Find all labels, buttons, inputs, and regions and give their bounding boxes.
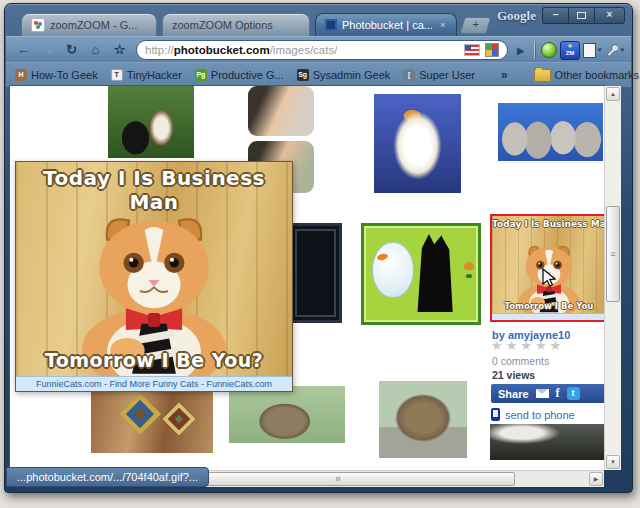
zoomzoom-favicon — [31, 18, 45, 32]
meme-bottom-caption: Tomorrow I Be You? — [16, 349, 292, 371]
scrollbar-grip: ≡ — [610, 249, 615, 259]
tab-label: zoomZOOM - G... — [50, 19, 137, 31]
bookmark-label: Productive G... — [211, 69, 284, 81]
page-content: Today I Is Business Man Tomorrow I Be Yo… — [10, 86, 604, 470]
zoomed-meme-preview[interactable]: Today I Is Business Man Tomorrow I Be Yo… — [15, 161, 293, 392]
zm-star-icon: ★ — [561, 42, 579, 49]
views-count: 21 views — [492, 369, 535, 381]
share-label: Share — [498, 388, 529, 400]
comments-count: 0 comments — [492, 355, 549, 367]
url-text[interactable]: http://photobucket.com/images/cats/ — [145, 44, 337, 56]
window-controls: – × — [542, 7, 625, 24]
thumbnail-cat-paw-pavement[interactable] — [490, 424, 604, 460]
thumbnail-tabby-cat-loaf[interactable] — [379, 381, 467, 458]
titlebar[interactable]: Google – × zoomZOOM - G... zoomZOOM Opti… — [5, 4, 632, 36]
maximize-icon — [577, 12, 586, 19]
plus-icon: + — [463, 18, 488, 31]
black-cat-silhouette — [414, 234, 458, 312]
bookmark-tinyhacker[interactable]: T TinyHacker — [111, 69, 182, 81]
selected-thumbnail-business-cat[interactable]: Today I Is Business Ma Tomorrow I Be You — [490, 214, 604, 322]
twitter-share-icon[interactable]: t — [567, 387, 580, 400]
home-button[interactable]: ⌂ — [85, 41, 106, 59]
close-button[interactable]: × — [594, 7, 625, 24]
bookmark-star-button[interactable]: ☆ — [109, 41, 130, 59]
tab-zoomzoom-google[interactable]: zoomZOOM - G... — [21, 13, 157, 36]
flag-page-action-icon[interactable] — [464, 44, 480, 56]
minimize-button[interactable]: – — [542, 7, 568, 24]
vertical-scrollbar-thumb[interactable]: ≡ — [606, 206, 620, 302]
fishbowl-graphic — [372, 242, 414, 298]
green-orb-extension-icon[interactable] — [541, 42, 557, 58]
chevron-down-icon: ▾ — [620, 46, 624, 54]
zm-badge-label: ZM — [561, 49, 579, 57]
forward-button[interactable]: → — [37, 41, 58, 59]
bookmark-howtogeek[interactable]: H How-To Geek — [15, 69, 98, 81]
tab-zoomzoom-options[interactable]: zoomZOOM Options — [162, 13, 310, 36]
send-to-phone-link[interactable]: send to phone — [491, 408, 575, 421]
thumbnail-woman-video-1[interactable] — [248, 86, 314, 136]
thumbnail-grey-kittens-group[interactable] — [498, 103, 603, 161]
other-bookmarks-button[interactable]: Other bookmarks — [534, 69, 639, 82]
thumbnail-white-kitten[interactable] — [374, 94, 461, 193]
bookmark-label: Sysadmin Geek — [313, 69, 391, 81]
thumbnail-two-cats-grass[interactable] — [108, 86, 194, 158]
meme-top-caption-small: Today I Is Business Ma — [492, 219, 604, 229]
other-bookmarks-label: Other bookmarks — [555, 69, 639, 81]
thumbnail-cats-on-quilt[interactable] — [91, 391, 213, 453]
tab-photobucket[interactable]: Photobucket | ca... × — [315, 13, 457, 36]
quilt-patch — [119, 393, 161, 435]
mosaic-page-action-icon[interactable] — [485, 43, 499, 57]
bookmark-label: Super User — [419, 69, 475, 81]
page-menu-button[interactable]: ▾ — [583, 43, 602, 58]
meme-watermark: FunnieCats.com - Find More Funny Cats - … — [16, 376, 292, 391]
howtogeek-favicon: H — [15, 69, 27, 81]
bookmark-productivegeek[interactable]: Pg Productive G... — [195, 69, 284, 81]
reload-button[interactable]: ↻ — [61, 41, 82, 59]
tab-close-icon[interactable]: × — [440, 20, 445, 30]
thumbnail-black-cat-fishbowl-cartoon[interactable] — [361, 223, 481, 325]
quilt-patch — [162, 402, 196, 436]
scrollbar-grip: ≡ — [332, 476, 342, 481]
url-scheme: http:// — [145, 44, 174, 56]
bookmark-label: TinyHacker — [127, 69, 182, 81]
send-to-phone-label: send to phone — [505, 409, 575, 421]
toolbar-divider — [534, 42, 535, 58]
phone-icon — [491, 408, 500, 421]
back-button[interactable]: ← — [13, 41, 34, 59]
mouse-cursor-icon — [542, 268, 557, 288]
butterfly-graphic — [464, 262, 474, 270]
page-icon — [583, 43, 596, 58]
share-bar[interactable]: Share f t — [491, 384, 604, 403]
scroll-up-button[interactable]: ▲ — [606, 87, 620, 101]
email-share-icon[interactable] — [536, 389, 549, 398]
go-arrow-icon[interactable]: ▶ — [514, 45, 528, 56]
superuser-favicon: [ — [403, 69, 415, 81]
thumbnail-dark-framed-cat[interactable] — [289, 223, 342, 323]
wrench-icon — [604, 43, 618, 57]
wrench-menu-button[interactable]: ▾ — [604, 43, 624, 57]
facebook-share-icon[interactable]: f — [556, 386, 560, 401]
google-brand-logo: Google — [497, 8, 536, 24]
tinyhacker-favicon: T — [111, 69, 123, 81]
tab-label: Photobucket | ca... — [342, 19, 433, 31]
browser-window: Google – × zoomZOOM - G... zoomZOOM Opti… — [4, 3, 633, 493]
horizontal-scrollbar-thumb[interactable]: ≡ — [160, 472, 515, 486]
bookmarks-bar: H How-To Geek T TinyHacker Pg Productive… — [6, 62, 631, 87]
tab-strip: zoomZOOM - G... zoomZOOM Options Photobu… — [21, 13, 489, 36]
photobucket-favicon — [325, 19, 337, 31]
address-bar[interactable]: http://photobucket.com/images/cats/ — [136, 40, 508, 60]
scroll-right-button[interactable]: ▶ — [589, 472, 603, 486]
zoomzoom-extension-icon[interactable]: ★ ZM — [560, 41, 580, 60]
meme-watermark-small — [492, 313, 604, 320]
bookmark-sysadmingeek[interactable]: Sg Sysadmin Geek — [297, 69, 391, 81]
scroll-down-button[interactable]: ▼ — [606, 455, 620, 469]
rating-stars[interactable]: ★★★★★ — [491, 338, 564, 353]
new-tab-button[interactable]: + — [460, 17, 492, 34]
thumbnail-cat-sitting-grass[interactable] — [229, 386, 345, 443]
bookmark-label: How-To Geek — [31, 69, 98, 81]
bookmark-superuser[interactable]: [ Super User — [403, 69, 475, 81]
maximize-button[interactable] — [568, 7, 594, 24]
bookmarks-overflow-chevron[interactable]: » — [501, 68, 508, 82]
vertical-scrollbar[interactable]: ▲ ≡ ▼ — [604, 86, 621, 470]
folder-icon — [534, 69, 551, 82]
